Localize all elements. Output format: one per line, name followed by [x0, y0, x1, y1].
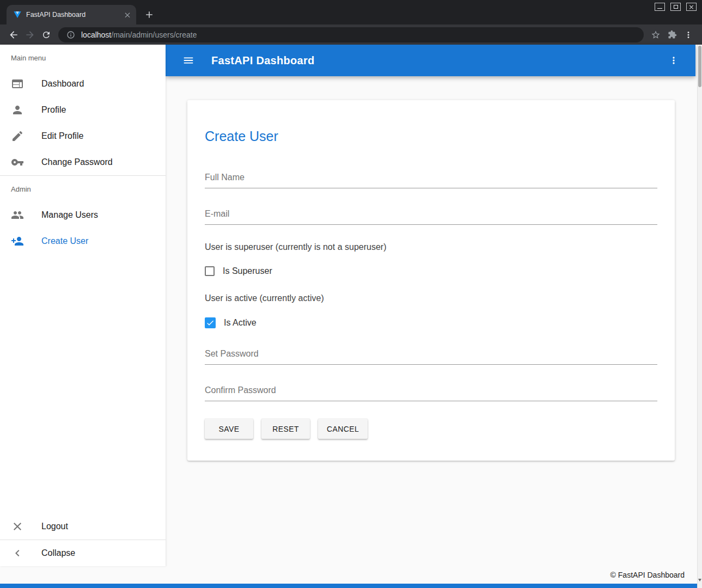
- url-path: /main/admin/users/create: [111, 30, 197, 39]
- vuetify-logo-icon: [13, 10, 22, 19]
- kebab-menu-icon: [668, 55, 679, 66]
- sidebar-item-logout[interactable]: Logout: [0, 513, 166, 540]
- browser-menu-button[interactable]: [680, 27, 697, 43]
- confirm-password-input[interactable]: [205, 382, 657, 401]
- sidebar-item-label: Collapse: [41, 548, 75, 558]
- url-host: localhost: [81, 30, 111, 39]
- window-controls: [655, 3, 697, 11]
- back-button[interactable]: [5, 27, 22, 43]
- sidebar-item-edit-profile[interactable]: Edit Profile: [0, 123, 166, 149]
- tab-close-icon[interactable]: [123, 10, 132, 20]
- scrollbar-thumb[interactable]: [698, 46, 701, 87]
- footer-accent-bar: [0, 584, 702, 588]
- tab-title: FastAPI Dashboard: [26, 11, 118, 19]
- full-name-input[interactable]: [205, 169, 657, 188]
- sidebar-spacer: [0, 254, 166, 513]
- cancel-button[interactable]: CANCEL: [318, 419, 368, 439]
- extension-icon: [668, 30, 677, 39]
- is-superuser-checkbox-row[interactable]: Is Superuser: [205, 266, 657, 276]
- bookmark-star-button[interactable]: [648, 27, 664, 43]
- scrollbar-down-arrow[interactable]: [698, 579, 701, 581]
- save-button[interactable]: SAVE: [205, 419, 253, 439]
- maximize-icon: [674, 5, 678, 9]
- maximize-button[interactable]: [670, 3, 681, 11]
- app-bar: FastAPI Dashboard: [166, 45, 695, 76]
- minimize-button[interactable]: [655, 3, 665, 11]
- person-add-icon: [11, 235, 24, 248]
- active-hint-text: User is active (currently active): [205, 293, 657, 303]
- person-icon: [11, 103, 24, 117]
- pencil-icon: [11, 130, 24, 143]
- extensions-button[interactable]: [664, 27, 680, 43]
- sidebar-item-label: Profile: [41, 105, 66, 115]
- appbar-menu-button[interactable]: [664, 51, 683, 70]
- key-icon: [11, 156, 24, 169]
- copyright-text: © FastAPI Dashboard: [611, 571, 685, 579]
- chevron-left-icon: [11, 547, 24, 560]
- close-icon: [688, 4, 694, 10]
- appbar-title: FastAPI Dashboard: [211, 54, 315, 67]
- browser-window: FastAPI Dashboard: [0, 0, 702, 588]
- logout-x-icon: [11, 520, 24, 533]
- site-info-icon[interactable]: [65, 29, 76, 40]
- sidebar-section-main-menu: Main menu: [0, 45, 166, 71]
- forward-button[interactable]: [22, 27, 38, 43]
- form-actions: SAVE RESET CANCEL: [205, 419, 657, 439]
- sidebar-item-label: Create User: [41, 236, 88, 246]
- checkmark-icon: [206, 318, 215, 327]
- sidebar-item-create-user[interactable]: Create User: [0, 228, 166, 254]
- browser-toolbar: localhost/main/admin/users/create: [0, 24, 702, 45]
- page-footer: © FastAPI Dashboard: [0, 566, 702, 584]
- page-content: Create User User is superuser (currently…: [166, 76, 702, 566]
- browser-tab-strip: FastAPI Dashboard: [0, 0, 702, 24]
- minimize-icon: [657, 8, 662, 9]
- superuser-hint-text: User is superuser (currently is not a su…: [205, 242, 657, 252]
- new-tab-button[interactable]: [142, 7, 157, 22]
- sidebar-item-manage-users[interactable]: Manage Users: [0, 202, 166, 228]
- is-superuser-checkbox[interactable]: [205, 266, 215, 276]
- email-input[interactable]: [205, 206, 657, 225]
- page-viewport: Main menu Dashboard Profile: [0, 45, 702, 588]
- sidebar-section-admin: Admin: [0, 176, 166, 202]
- forward-icon: [25, 29, 35, 40]
- set-password-input[interactable]: [205, 346, 657, 365]
- dashboard-icon: [11, 77, 24, 90]
- sidebar-item-label: Change Password: [41, 157, 113, 167]
- url-bar[interactable]: localhost/main/admin/users/create: [58, 27, 644, 42]
- browser-tab[interactable]: FastAPI Dashboard: [7, 5, 136, 24]
- refresh-button[interactable]: [38, 27, 54, 43]
- hamburger-menu-button[interactable]: [179, 51, 198, 70]
- is-active-label: Is Active: [224, 318, 257, 328]
- create-user-card: Create User User is superuser (currently…: [187, 100, 675, 461]
- is-active-checkbox-row[interactable]: Is Active: [205, 317, 657, 328]
- sidebar-item-profile[interactable]: Profile: [0, 97, 166, 123]
- refresh-icon: [41, 30, 51, 40]
- sidebar-item-label: Manage Users: [41, 210, 98, 220]
- hamburger-icon: [182, 54, 194, 66]
- sidebar-item-label: Logout: [41, 522, 68, 531]
- people-icon: [11, 209, 24, 222]
- page-scrollbar[interactable]: [697, 45, 702, 588]
- back-icon: [8, 29, 19, 40]
- reset-button[interactable]: RESET: [261, 419, 310, 439]
- page-title: Create User: [205, 128, 657, 144]
- is-active-checkbox[interactable]: [205, 317, 216, 328]
- sidebar-item-label: Dashboard: [41, 79, 84, 89]
- sidebar-item-label: Edit Profile: [41, 131, 83, 141]
- main-area: FastAPI Dashboard Create User User is su…: [166, 45, 702, 566]
- sidebar-item-collapse[interactable]: Collapse: [0, 540, 166, 566]
- url-text: localhost/main/admin/users/create: [81, 30, 197, 39]
- sidebar: Main menu Dashboard Profile: [0, 45, 166, 566]
- sidebar-item-dashboard[interactable]: Dashboard: [0, 71, 166, 97]
- is-superuser-label: Is Superuser: [223, 266, 272, 276]
- kebab-menu-icon: [683, 30, 693, 40]
- close-button[interactable]: [686, 3, 697, 11]
- star-icon: [651, 30, 661, 40]
- sidebar-item-change-password[interactable]: Change Password: [0, 149, 166, 175]
